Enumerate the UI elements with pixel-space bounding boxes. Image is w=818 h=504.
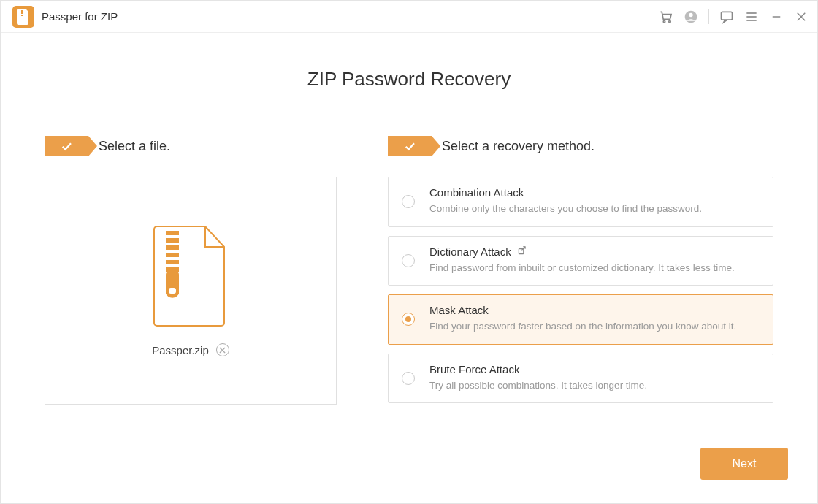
method-desc: Try all possible combinations. It takes … <box>429 378 760 393</box>
svg-rect-0 <box>21 10 23 12</box>
svg-rect-20 <box>169 288 176 294</box>
zip-file-icon <box>17 9 30 25</box>
select-file-column: Select a file. <box>45 136 337 405</box>
zip-large-icon <box>153 225 229 327</box>
x-icon <box>219 347 226 354</box>
step-label-file: Select a file. <box>99 139 170 154</box>
method-title-text: Dictionary Attack <box>429 245 511 258</box>
method-title: Brute Force Attack <box>429 363 760 375</box>
method-desc: Find password from inbuilt or customized… <box>429 261 760 275</box>
radio-combination[interactable] <box>402 195 415 208</box>
method-title-text: Brute Force Attack <box>429 363 519 375</box>
app-title: Passper for ZIP <box>42 10 118 23</box>
svg-point-3 <box>663 20 665 22</box>
radio-dictionary[interactable] <box>402 254 415 267</box>
method-title: Mask Attack <box>429 304 760 316</box>
check-icon <box>60 140 73 153</box>
titlebar: Passper for ZIP <box>1 1 817 33</box>
svg-rect-14 <box>166 231 179 235</box>
svg-point-6 <box>689 12 692 16</box>
method-title: Dictionary Attack <box>429 245 760 258</box>
file-panel[interactable]: Passper.zip <box>45 177 337 405</box>
methods-list: Combination AttackCombine only the chara… <box>388 177 773 403</box>
columns: Select a file. <box>45 136 773 405</box>
menu-icon[interactable] <box>744 9 759 24</box>
user-icon[interactable] <box>684 9 698 24</box>
svg-rect-7 <box>722 12 733 20</box>
cart-icon[interactable] <box>659 9 673 24</box>
app-window: Passper for ZIP ZIP Passwo <box>0 0 818 504</box>
svg-rect-16 <box>166 245 179 250</box>
file-name: Passper.zip <box>152 344 209 356</box>
svg-rect-17 <box>166 253 179 257</box>
method-mask[interactable]: Mask AttackFind your password faster bas… <box>388 294 773 345</box>
svg-point-4 <box>669 20 671 22</box>
svg-rect-2 <box>21 15 23 16</box>
method-title-text: Combination Attack <box>429 186 524 199</box>
import-dictionary-icon[interactable] <box>517 245 527 258</box>
svg-rect-19 <box>166 267 179 272</box>
step-select-file: Select a file. <box>45 136 337 156</box>
method-desc: Combine only the characters you choose t… <box>429 202 760 216</box>
step-badge-method <box>388 136 432 156</box>
select-method-column: Select a recovery method. Combination At… <box>388 136 773 405</box>
check-icon <box>403 140 416 153</box>
step-label-method: Select a recovery method. <box>442 139 595 154</box>
step-select-method: Select a recovery method. <box>388 136 773 156</box>
step-badge-file <box>45 136 88 156</box>
titlebar-icons <box>659 9 809 24</box>
close-icon[interactable] <box>794 9 809 24</box>
file-row: Passper.zip <box>152 343 229 356</box>
page-title: ZIP Password Recovery <box>45 68 773 91</box>
method-dictionary[interactable]: Dictionary AttackFind password from inbu… <box>388 236 773 286</box>
radio-brute[interactable] <box>402 372 415 385</box>
svg-rect-1 <box>21 12 23 14</box>
feedback-icon[interactable] <box>719 9 734 24</box>
titlebar-divider <box>708 9 709 24</box>
method-title: Combination Attack <box>429 186 760 199</box>
content: ZIP Password Recovery Select a file. <box>1 33 817 405</box>
method-title-text: Mask Attack <box>429 304 489 316</box>
svg-rect-15 <box>166 238 179 243</box>
app-logo <box>12 6 34 28</box>
method-brute[interactable]: Brute Force AttackTry all possible combi… <box>388 354 773 404</box>
next-button[interactable]: Next <box>700 448 788 480</box>
method-desc: Find your password faster based on the i… <box>429 319 760 334</box>
minimize-icon[interactable] <box>769 9 784 24</box>
svg-rect-18 <box>166 260 179 264</box>
method-combination[interactable]: Combination AttackCombine only the chara… <box>388 177 773 227</box>
radio-mask[interactable] <box>402 313 415 326</box>
remove-file-button[interactable] <box>216 343 229 356</box>
